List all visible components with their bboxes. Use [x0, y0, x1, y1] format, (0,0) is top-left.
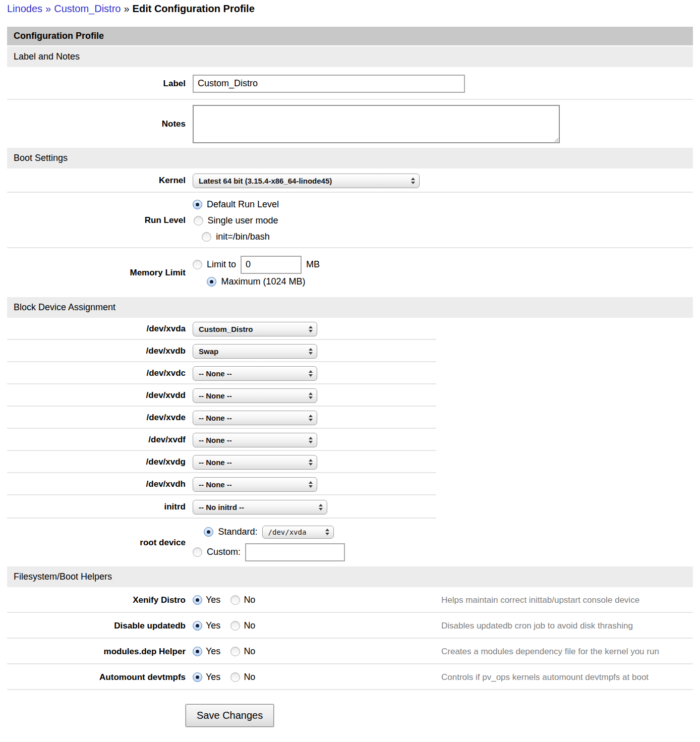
run-level-init-bash-radio[interactable] [202, 232, 211, 242]
dev-xvdd-select-value: -- None -- [199, 391, 232, 400]
modules-dep-no-radio[interactable] [230, 647, 240, 656]
automount-devtmpfs-label: Automount devtmpfs [7, 672, 186, 682]
save-area: Save Changes [186, 704, 700, 737]
dev-xvde-label: /dev/xvde [7, 413, 186, 423]
select-stepper-icon [309, 348, 313, 355]
memory-maximum-label: Maximum (1024 MB) [221, 276, 305, 287]
dev-xvdd-select[interactable]: -- None -- [193, 388, 317, 403]
root-device-row: root device Standard: /dev/xvda Custom: [7, 519, 693, 566]
modules-dep-yes-radio[interactable] [193, 647, 202, 656]
run-level-default-radio[interactable] [193, 200, 202, 209]
initrd-select[interactable]: -- No initrd -- [193, 500, 327, 515]
section-filesystem-boot-helpers: Filesystem/Boot Helpers [7, 566, 693, 587]
dev-xvdc-label: /dev/xvdc [7, 368, 186, 378]
initrd-row: initrd -- No initrd -- [7, 495, 693, 519]
notes-textarea[interactable] [193, 105, 560, 143]
yes-label: Yes [206, 672, 220, 682]
memory-limit-input[interactable] [241, 256, 302, 274]
root-device-standard-select-value: /dev/xvda [268, 528, 307, 536]
memory-limit-label: Memory Limit [7, 268, 186, 278]
root-device-standard-radio[interactable] [204, 527, 213, 537]
kernel-select[interactable]: Latest 64 bit (3.15.4-x86_64-linode45) [193, 174, 420, 188]
dev-xvdg-select[interactable]: -- None -- [193, 455, 317, 470]
block-device-row-xvdf: /dev/xvdf -- None -- [7, 429, 693, 451]
select-stepper-icon [309, 459, 313, 466]
root-device-custom-input[interactable] [245, 543, 345, 561]
dev-xvda-label: /dev/xvda [7, 324, 186, 334]
xenify-distro-yes-radio[interactable] [193, 595, 202, 605]
select-stepper-icon [309, 392, 313, 399]
dev-xvdd-label: /dev/xvdd [7, 390, 186, 401]
dev-xvdc-select-value: -- None -- [199, 369, 232, 378]
dev-xvdh-label: /dev/xvdh [7, 479, 186, 489]
automount-devtmpfs-yes-radio[interactable] [193, 672, 202, 682]
table-header: Configuration Profile [7, 27, 693, 46]
dev-xvdf-select[interactable]: -- None -- [193, 433, 317, 447]
dev-xvdb-label: /dev/xvdb [7, 346, 186, 356]
page-title: Edit Configuration Profile [133, 3, 255, 14]
kernel-label: Kernel [7, 176, 186, 186]
xenify-distro-label: Xenify Distro [7, 595, 186, 605]
memory-limit-to-label: Limit to [207, 259, 236, 270]
select-stepper-icon [309, 415, 313, 421]
dev-xvdc-select[interactable]: -- None -- [193, 366, 317, 381]
memory-limit-to-radio[interactable] [193, 260, 202, 269]
dev-xvda-select[interactable]: Custom_Distro [193, 322, 317, 336]
breadcrumb-separator: » [42, 3, 54, 14]
disable-updatedb-yes-radio[interactable] [193, 621, 202, 631]
dev-xvdf-select-value: -- None -- [199, 436, 232, 444]
breadcrumb-link-linodes[interactable]: Linodes [7, 3, 42, 14]
notes-field-label: Notes [7, 119, 186, 129]
dev-xvde-select[interactable]: -- None -- [193, 411, 317, 425]
disable-updatedb-comment: Disables updatedb cron job to avoid disk… [441, 621, 693, 631]
kernel-row: Kernel Latest 64 bit (3.15.4-x86_64-lino… [7, 168, 693, 193]
dev-xvda-select-value: Custom_Distro [199, 325, 253, 333]
notes-row: Notes [7, 100, 693, 148]
xenify-distro-comment: Helps maintain correct inittab/upstart c… [441, 595, 693, 605]
section-boot-settings: Boot Settings [7, 148, 693, 168]
configuration-profile-table: Configuration Profile Label and Notes La… [7, 27, 693, 690]
automount-devtmpfs-comment: Controls if pv_ops kernels automount dev… [441, 672, 693, 682]
dev-xvdb-select[interactable]: Swap [193, 344, 317, 359]
breadcrumb: Linodes»Custom_Distro»Edit Configuration… [0, 0, 700, 15]
yes-label: Yes [206, 620, 220, 631]
label-row: Label [7, 67, 693, 100]
select-stepper-icon [309, 370, 313, 377]
disable-updatedb-label: Disable updatedb [7, 621, 186, 631]
block-device-row-xvdb: /dev/xvdb Swap [7, 340, 693, 362]
xenify-distro-no-radio[interactable] [230, 595, 240, 605]
block-device-row-xvde: /dev/xvde -- None -- [7, 407, 693, 429]
dev-xvdf-label: /dev/xvdf [7, 435, 186, 445]
no-label: No [244, 672, 255, 682]
save-changes-button[interactable]: Save Changes [186, 704, 274, 727]
memory-limit-unit-label: MB [306, 259, 320, 270]
section-label-and-notes: Label and Notes [7, 46, 693, 67]
block-device-row-xvdg: /dev/xvdg -- None -- [7, 451, 693, 473]
breadcrumb-link-linode-label[interactable]: Custom_Distro [54, 3, 121, 14]
run-level-single-user-radio[interactable] [194, 216, 203, 225]
memory-maximum-radio[interactable] [207, 277, 216, 287]
run-level-single-user-label: Single user mode [208, 215, 278, 226]
modules-dep-comment: Creates a modules dependency file for th… [441, 647, 693, 657]
disable-updatedb-no-radio[interactable] [230, 621, 240, 631]
block-device-row-xvdd: /dev/xvdd -- None -- [7, 384, 693, 407]
label-input[interactable] [193, 75, 465, 93]
dev-xvdh-select-value: -- None -- [199, 480, 232, 489]
dev-xvdg-select-value: -- None -- [199, 458, 232, 467]
initrd-label: initrd [7, 502, 186, 512]
section-block-device-assignment: Block Device Assignment [7, 297, 693, 318]
root-device-standard-select[interactable]: /dev/xvda [262, 526, 334, 539]
helper-row-xenify-distro: Xenify Distro Yes No Helps maintain corr… [7, 587, 693, 613]
automount-devtmpfs-no-radio[interactable] [230, 672, 240, 682]
modules-dep-label: modules.dep Helper [7, 647, 186, 657]
block-device-row-xvdc: /dev/xvdc -- None -- [7, 362, 693, 384]
select-stepper-icon [325, 529, 329, 535]
select-stepper-icon [309, 437, 313, 443]
run-level-init-bash-label: init=/bin/bash [216, 232, 270, 242]
helper-row-disable-updatedb: Disable updatedb Yes No Disables updated… [7, 613, 693, 639]
root-device-label: root device [7, 538, 186, 548]
helper-row-modules-dep: modules.dep Helper Yes No Creates a modu… [7, 639, 693, 664]
dev-xvdh-select[interactable]: -- None -- [193, 477, 317, 492]
root-device-custom-radio[interactable] [193, 547, 202, 557]
initrd-select-value: -- No initrd -- [199, 503, 244, 511]
